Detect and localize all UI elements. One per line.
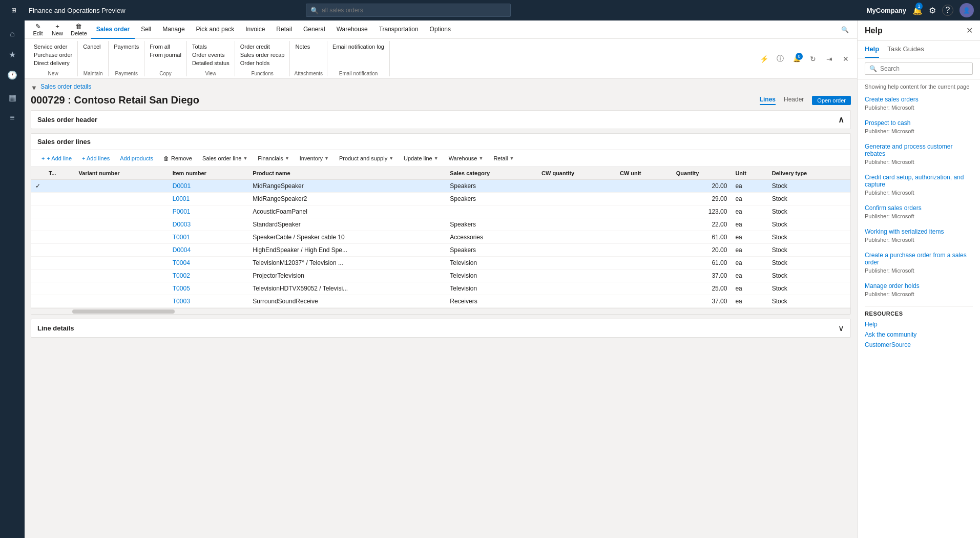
cell-item-number[interactable]: D0003 [169,218,248,231]
ribbon-link-purchase-order[interactable]: Purchase order [34,51,72,58]
cell-item-number[interactable]: T0005 [169,282,248,295]
ribbon-link-totals[interactable]: Totals [192,43,230,50]
ribbon-link-payments[interactable]: Payments [114,43,139,50]
sidebar-menu-icon[interactable]: ≡ [3,109,22,127]
help-tab-task-guides[interactable]: Task Guides [887,41,924,58]
ribbon-tab-general[interactable]: General [298,20,330,39]
table-row[interactable]: T0002 ProjectorTelevision Television 37.… [31,270,850,282]
cell-item-number[interactable]: D0004 [169,244,248,257]
help-resource-link[interactable]: Help [865,321,973,328]
help-item-link[interactable]: Manage order holds [865,282,973,289]
sidebar-dashboard-icon[interactable]: ▦ [3,88,22,107]
table-row[interactable]: T0003 SurroundSoundReceive Receivers 37.… [31,295,850,308]
ribbon-tab-retail[interactable]: Retail [271,20,297,39]
ribbon-tab-pick-and-pack[interactable]: Pick and pack [191,20,240,39]
grid-menu-icon[interactable]: ⊞ [6,7,22,14]
settings-icon[interactable]: ⚙ [929,6,936,15]
help-search-box[interactable]: 🔍 [865,63,973,75]
avatar[interactable]: 👤 [960,3,974,17]
cell-item-number[interactable]: L0001 [169,193,248,205]
table-row[interactable]: D0004 HighEndSpeaker / High End Spe... S… [31,244,850,257]
cell-item-number[interactable]: T0003 [169,295,248,308]
ribbon-link-cancel[interactable]: Cancel [83,43,100,50]
dropdown-update-line[interactable]: Update line ▼ [400,153,443,163]
share-icon[interactable]: ⇥ [822,52,837,66]
tab-header[interactable]: Header [784,96,804,105]
horizontal-scrollbar[interactable] [31,308,850,314]
dropdown-financials[interactable]: Financials ▼ [254,153,293,163]
help-resource-link[interactable]: CustomerSource [865,341,973,348]
dropdown-warehouse[interactable]: Warehouse ▼ [445,153,488,163]
help-item-link[interactable]: Prospect to cash [865,119,973,127]
cell-item-number[interactable]: T0002 [169,270,248,282]
table-row[interactable]: D0003 StandardSpeaker Speakers 22.00 ea … [31,218,850,231]
add-lines-btn[interactable]: + Add lines [78,153,114,163]
ribbon-new-btn[interactable]: + New [48,20,67,38]
ribbon-link-service-order[interactable]: Service order [34,43,72,50]
add-products-btn[interactable]: Add products [116,153,157,163]
ribbon-search-btn[interactable]: 🔍 [837,24,853,35]
help-search-input[interactable] [880,65,968,72]
ribbon-delete-btn[interactable]: 🗑 Delete [68,20,90,38]
table-row[interactable]: P0001 AcousticFoamPanel 123.00 ea Stock [31,205,850,218]
ribbon-tab-options[interactable]: Options [425,20,456,39]
ribbon-link-notes[interactable]: Notes [295,43,310,50]
tab-lines[interactable]: Lines [760,96,776,105]
scrollbar-thumb[interactable] [72,309,175,314]
filter-icon[interactable]: ⚡ [757,52,771,66]
sidebar-home-icon[interactable]: ⌂ [3,25,22,43]
line-details-header[interactable]: Line details ∨ [31,319,850,337]
cell-item-number[interactable]: D0001 [169,180,248,193]
ribbon-link-order-credit[interactable]: Order credit [240,43,285,50]
ribbon-tab-sell[interactable]: Sell [136,20,156,39]
table-row[interactable]: T0001 SpeakerCable / Speaker cable 10 Ac… [31,231,850,244]
global-search-box[interactable]: 🔍 [306,4,511,17]
ribbon-edit-btn[interactable]: ✎ Edit [29,20,47,38]
dropdown-inventory[interactable]: Inventory ▼ [296,153,333,163]
help-item-link[interactable]: Credit card setup, authorization, and ca… [865,174,973,188]
cell-item-number[interactable]: T0001 [169,231,248,244]
ribbon-link-from-all[interactable]: From all [150,43,181,50]
help-item-link[interactable]: Confirm sales orders [865,204,973,212]
help-icon[interactable]: ? [942,5,953,16]
ribbon-tab-invoice[interactable]: Invoice [240,20,270,39]
remove-btn[interactable]: 🗑 Remove [159,153,196,163]
help-resource-link[interactable]: Ask the community [865,331,973,338]
dropdown-retail[interactable]: Retail ▼ [489,153,518,163]
breadcrumb[interactable]: Sales order details [40,83,91,90]
notifications-icon[interactable]: 🔔1 [912,6,923,15]
cell-item-number[interactable]: T0004 [169,257,248,270]
help-item-link[interactable]: Generate and process customer rebates [865,143,973,157]
ribbon-link-order-events[interactable]: Order events [192,51,230,58]
help-tab-help[interactable]: Help [865,41,879,58]
dropdown-sales-order-line[interactable]: Sales order line ▼ [198,153,252,163]
ribbon-link-email-notification-log[interactable]: Email notification log [332,43,384,50]
help-item-link[interactable]: Working with serialized items [865,228,973,235]
notification-count-icon[interactable]: 🔔 0 [789,52,804,66]
dropdown-product-supply[interactable]: Product and supply ▼ [335,153,398,163]
table-row[interactable]: T0004 TelevisionM12037° / Television ...… [31,257,850,270]
sidebar-recent-icon[interactable]: 🕐 [3,66,22,84]
section-header-toggle[interactable]: Sales order header ∧ [31,111,850,129]
ribbon-link-from-journal[interactable]: From journal [150,51,181,58]
ribbon-link-direct-delivery[interactable]: Direct delivery [34,59,72,67]
close-ribbon-icon[interactable]: ✕ [839,52,853,66]
ribbon-tab-manage[interactable]: Manage [157,20,190,39]
cell-item-number[interactable]: P0001 [169,205,248,218]
global-search-input[interactable] [322,7,506,14]
ribbon-link-sales-order-recap[interactable]: Sales order recap [240,51,285,58]
ribbon-tab-sales-order[interactable]: Sales order [91,20,135,39]
table-row[interactable]: L0001 MidRangeSpeaker2 Speakers 29.00 ea… [31,193,850,205]
help-panel-close-btn[interactable]: ✕ [966,26,973,35]
help-item-link[interactable]: Create sales orders [865,96,973,103]
sidebar-favorites-icon[interactable]: ★ [3,45,22,64]
ribbon-tab-transportation[interactable]: Transportation [374,20,424,39]
table-row[interactable]: ✓ D0001 MidRangeSpeaker Speakers 20.00 e… [31,180,850,193]
info-icon[interactable]: ⓘ [773,52,787,66]
ribbon-link-order-holds[interactable]: Order holds [240,59,285,67]
help-item-link[interactable]: Create a purchase order from a sales ord… [865,252,973,266]
add-line-btn[interactable]: + + Add line [37,153,76,163]
table-row[interactable]: T0005 TelevisionHDTVX59052 / Televisi...… [31,282,850,295]
ribbon-tab-warehouse[interactable]: Warehouse [331,20,373,39]
open-order-badge[interactable]: Open order [812,96,851,105]
